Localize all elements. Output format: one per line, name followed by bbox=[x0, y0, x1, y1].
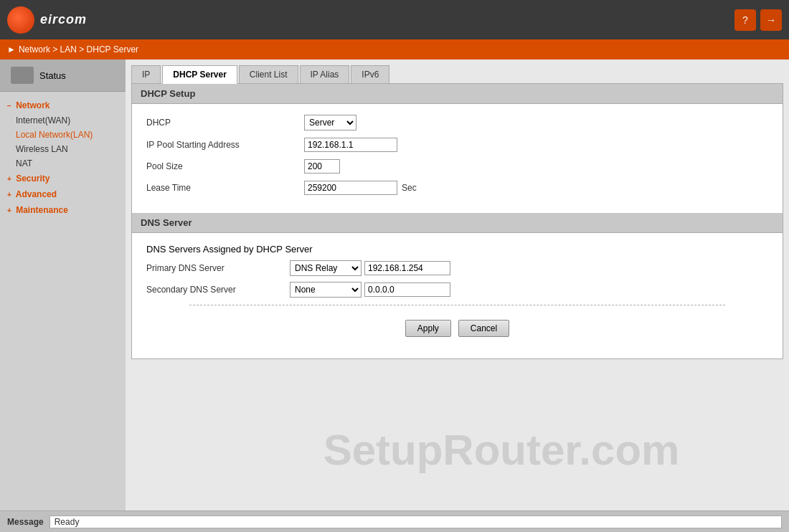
pool-size-row: Pool Size bbox=[146, 159, 768, 174]
expand-icon-maintenance: + bbox=[7, 206, 11, 214]
sidebar-item-security[interactable]: + Security bbox=[0, 171, 126, 186]
status-label: Status bbox=[39, 70, 66, 81]
tab-dhcp[interactable]: DHCP Server bbox=[162, 65, 237, 84]
breadcrumb-arrow: ► bbox=[7, 44, 16, 54]
message-label: Message bbox=[7, 517, 44, 527]
sidebar-item-nat[interactable]: NAT bbox=[0, 156, 126, 171]
ip-pool-row: IP Pool Starting Address bbox=[146, 138, 768, 152]
logo-circle bbox=[7, 6, 34, 34]
sidebar-item-local[interactable]: Local Network(LAN) bbox=[0, 128, 126, 142]
header-icons: ? → bbox=[734, 9, 782, 31]
lease-time-row: Lease Time Sec bbox=[146, 181, 768, 195]
dns-server-header: DNS Server bbox=[132, 213, 783, 233]
header: eircom ? → bbox=[0, 0, 789, 39]
tab-ip[interactable]: IP bbox=[131, 65, 161, 83]
primary-dns-ip[interactable] bbox=[364, 261, 450, 275]
message-value: Ready bbox=[55, 517, 80, 527]
tab-client[interactable]: Client List bbox=[239, 65, 298, 83]
ip-pool-input[interactable] bbox=[304, 138, 397, 152]
tab-bar: IP DHCP Server Client List IP Alias IPv6 bbox=[131, 65, 783, 84]
breadcrumb-text: Network > LAN > DHCP Server bbox=[19, 44, 138, 54]
lease-time-input[interactable] bbox=[304, 181, 397, 195]
logout-button[interactable]: → bbox=[760, 9, 782, 31]
nav-label-wireless: Wireless LAN bbox=[16, 144, 68, 154]
primary-dns-label: Primary DNS Server bbox=[146, 263, 290, 273]
form-divider bbox=[189, 305, 725, 305]
button-row: Apply Cancel bbox=[146, 313, 768, 348]
nav-label-local: Local Network(LAN) bbox=[16, 130, 93, 140]
lease-time-unit: Sec bbox=[402, 183, 417, 193]
lease-time-label: Lease Time bbox=[146, 183, 304, 193]
nav-label-maintenance: Maintenance bbox=[16, 205, 68, 215]
sidebar-item-internet[interactable]: Internet(WAN) bbox=[0, 113, 126, 128]
dhcp-select[interactable]: Server Disabled Relay bbox=[304, 115, 356, 130]
ip-pool-label: IP Pool Starting Address bbox=[146, 140, 304, 150]
pool-size-input[interactable] bbox=[304, 159, 340, 174]
expand-icon-security: + bbox=[7, 175, 11, 183]
expand-icon-network: − bbox=[7, 102, 11, 110]
router-icon bbox=[11, 67, 34, 84]
nav-label-security: Security bbox=[16, 174, 49, 184]
cancel-button[interactable]: Cancel bbox=[458, 320, 509, 337]
sidebar-item-advanced[interactable]: + Advanced bbox=[0, 186, 126, 202]
secondary-dns-row: Secondary DNS Server None Manual DNS Rel… bbox=[146, 282, 768, 298]
tab-alias[interactable]: IP Alias bbox=[300, 65, 350, 83]
secondary-dns-ip[interactable] bbox=[364, 282, 450, 297]
nav-section: − Network Internet(WAN) Local Network(LA… bbox=[0, 92, 126, 224]
primary-dns-row: Primary DNS Server DNS Relay Manual None bbox=[146, 260, 768, 276]
sidebar-item-wireless[interactable]: Wireless LAN bbox=[0, 142, 126, 156]
content-panel: DHCP Setup DHCP Server Disabled Relay IP… bbox=[131, 84, 783, 359]
secondary-dns-label: Secondary DNS Server bbox=[146, 285, 290, 295]
breadcrumb: ► Network > LAN > DHCP Server bbox=[0, 39, 789, 60]
nav-label-internet: Internet(WAN) bbox=[16, 115, 70, 125]
dhcp-setup-form: DHCP Server Disabled Relay IP Pool Start… bbox=[132, 104, 783, 213]
expand-icon-advanced: + bbox=[7, 191, 11, 199]
message-bar: Ready bbox=[49, 516, 782, 528]
dns-assigned-row: DNS Servers Assigned by DHCP Server bbox=[146, 244, 768, 255]
footer: Message Ready bbox=[0, 510, 789, 532]
logo-text: eircom bbox=[40, 12, 87, 27]
secondary-dns-select[interactable]: None Manual DNS Relay bbox=[290, 282, 362, 298]
help-button[interactable]: ? bbox=[734, 9, 756, 31]
dns-assigned-label: DNS Servers Assigned by DHCP Server bbox=[146, 244, 313, 255]
apply-button[interactable]: Apply bbox=[405, 320, 451, 337]
dhcp-label: DHCP bbox=[146, 118, 304, 128]
sidebar: Status − Network Internet(WAN) Local Net… bbox=[0, 60, 126, 510]
primary-dns-select[interactable]: DNS Relay Manual None bbox=[290, 260, 362, 276]
tab-ipv6[interactable]: IPv6 bbox=[351, 65, 389, 83]
logo-area: eircom bbox=[7, 6, 87, 34]
dhcp-setup-header: DHCP Setup bbox=[132, 84, 783, 104]
dhcp-row: DHCP Server Disabled Relay bbox=[146, 115, 768, 130]
status-tab[interactable]: Status bbox=[0, 60, 126, 92]
nav-label-advanced: Advanced bbox=[16, 189, 57, 199]
main-layout: Status − Network Internet(WAN) Local Net… bbox=[0, 60, 789, 510]
nav-label-network: Network bbox=[16, 100, 49, 110]
sidebar-item-network[interactable]: − Network bbox=[0, 98, 126, 113]
sidebar-item-maintenance[interactable]: + Maintenance bbox=[0, 202, 126, 218]
dns-form: DNS Servers Assigned by DHCP Server Prim… bbox=[132, 233, 783, 358]
content-area: IP DHCP Server Client List IP Alias IPv6… bbox=[126, 60, 789, 510]
nav-label-nat: NAT bbox=[16, 158, 32, 168]
pool-size-label: Pool Size bbox=[146, 161, 304, 171]
